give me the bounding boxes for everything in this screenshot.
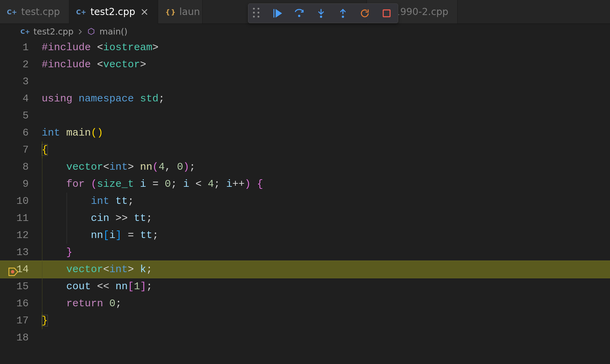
svg-point-2 (253, 12, 255, 13)
line-number[interactable]: 17 (0, 312, 42, 329)
line-number[interactable]: 6 (0, 124, 42, 141)
line-number[interactable]: 3 (0, 73, 42, 90)
code-line[interactable]: 12 nn[i] = tt; (0, 227, 610, 244)
line-number[interactable]: 1 (0, 39, 42, 56)
code-line[interactable]: 18 (0, 329, 610, 346)
code-line[interactable]: 17} (0, 312, 610, 329)
symbol-method-icon (87, 27, 95, 36)
code-line-content[interactable]: #include <vector> (42, 56, 610, 73)
code-line[interactable]: 13 } (0, 244, 610, 261)
svg-point-1 (258, 8, 259, 10)
code-line[interactable]: 4using namespace std; (0, 90, 610, 107)
svg-rect-9 (383, 10, 390, 17)
line-number[interactable]: 4 (0, 90, 42, 107)
line-number[interactable]: 2 (0, 56, 42, 73)
json-file-icon: { } (166, 8, 175, 16)
line-number[interactable]: 9 (0, 176, 42, 193)
code-line-content[interactable]: cout << nn[1]; (42, 278, 610, 295)
tab-test-cpp[interactable]: C+ test.cpp (0, 0, 69, 24)
line-number[interactable]: 12 (0, 227, 42, 244)
code-line-content[interactable]: { (42, 141, 610, 158)
code-line[interactable]: 7{ (0, 141, 610, 158)
code-line-content[interactable]: #include <iostream> (42, 39, 610, 56)
tab-label: test2.cpp (91, 6, 135, 17)
cpp-file-icon: C+ (21, 27, 29, 36)
code-line-content[interactable]: using namespace std; (42, 90, 610, 107)
code-line[interactable]: 2#include <vector> (0, 56, 610, 73)
stop-button[interactable] (381, 8, 392, 19)
line-number[interactable]: 5 (0, 107, 42, 124)
code-line-content[interactable]: vector<int> nn(4, 0); (42, 158, 610, 176)
code-line[interactable]: 1#include <iostream> (0, 39, 610, 56)
tab-test2-cpp[interactable]: C+ test2.cpp (69, 0, 158, 24)
code-line-content[interactable]: for (size_t i = 0; i < 4; i++) { (42, 176, 610, 193)
continue-button[interactable] (272, 8, 283, 19)
line-number[interactable]: 15 (0, 278, 42, 295)
line-number[interactable]: 10 (0, 193, 42, 210)
code-line[interactable]: 10 int tt; (0, 193, 610, 210)
drag-grip-icon[interactable] (251, 8, 261, 19)
code-line-content[interactable]: int tt; (42, 193, 610, 210)
line-number[interactable]: 18 (0, 329, 42, 346)
close-tab-button[interactable] (140, 8, 149, 16)
code-line[interactable]: 5 (0, 107, 610, 124)
code-line-content[interactable]: vector<int> k; (42, 261, 610, 278)
line-number[interactable]: 8 (0, 158, 42, 176)
code-line[interactable]: 6int main() (0, 124, 610, 141)
step-into-button[interactable] (315, 8, 327, 19)
svg-point-5 (258, 16, 259, 17)
svg-point-6 (298, 15, 301, 17)
svg-point-0 (253, 8, 255, 10)
line-number[interactable]: 16 (0, 295, 42, 312)
code-line-content[interactable]: nn[i] = tt; (42, 227, 610, 244)
code-editor[interactable]: 1#include <iostream>2#include <vector>34… (0, 39, 610, 364)
tab-label: laun (179, 6, 200, 17)
code-line[interactable]: 14 vector<int> k; (0, 261, 610, 278)
cpp-file-icon: C+ (8, 8, 16, 16)
breadcrumb-file[interactable]: test2.cpp (33, 27, 73, 37)
code-line[interactable]: 16 return 0; (0, 295, 610, 312)
restart-button[interactable] (359, 8, 371, 19)
code-line[interactable]: 9 for (size_t i = 0; i < 4; i++) { (0, 176, 610, 193)
code-line[interactable]: 3 (0, 73, 610, 90)
svg-point-8 (342, 16, 344, 18)
code-line[interactable]: 8 vector<int> nn(4, 0); (0, 158, 610, 176)
svg-point-4 (253, 16, 255, 17)
code-line[interactable]: 11 cin >> tt; (0, 210, 610, 227)
code-line-content[interactable]: } (42, 312, 610, 329)
line-number[interactable]: 11 (0, 210, 42, 227)
editor-workbench: C+ test.cpp C+ test2.cpp { } laun C+ p19… (0, 0, 610, 364)
tab-launch-json[interactable]: { } laun (158, 0, 203, 24)
line-number[interactable]: 14 (0, 261, 42, 278)
code-line-content[interactable]: cin >> tt; (42, 210, 610, 227)
step-out-button[interactable] (337, 8, 349, 19)
tab-label: test.cpp (21, 6, 60, 17)
cpp-file-icon: C+ (77, 8, 86, 16)
code-line-content[interactable]: } (42, 244, 610, 261)
svg-point-10 (11, 270, 14, 274)
code-line-content[interactable]: return 0; (42, 295, 610, 312)
svg-point-3 (258, 12, 259, 13)
line-number[interactable]: 13 (0, 244, 42, 261)
step-over-button[interactable] (293, 8, 305, 19)
code-line[interactable]: 15 cout << nn[1]; (0, 278, 610, 295)
breadcrumb[interactable]: C+ test2.cpp main() (0, 24, 610, 39)
line-number[interactable]: 7 (0, 141, 42, 158)
debug-toolbar[interactable] (248, 3, 398, 23)
breadcrumb-symbol[interactable]: main() (99, 27, 127, 37)
chevron-right-icon (78, 27, 83, 37)
code-line-content[interactable]: int main() (42, 124, 610, 141)
breakpoint-current-icon[interactable] (8, 265, 18, 282)
svg-point-7 (320, 16, 322, 18)
